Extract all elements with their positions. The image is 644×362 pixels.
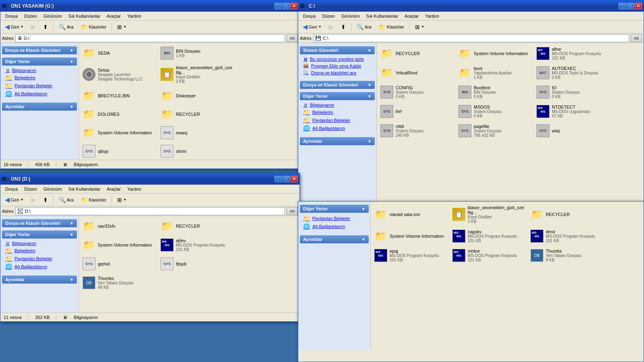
menu-gorunum-g[interactable]: Görünüm — [40, 13, 65, 19]
file-autoexec[interactable]: BAT AUTOEXEC MS-DOS Toplu İş Dosyası0 KB — [535, 64, 611, 82]
file-recycler-d[interactable]: 📁 RECYCLER — [159, 218, 235, 234]
file-alhw[interactable]: MS alhw MS-DOS Program Kısayolu101 KB — [535, 45, 611, 62]
file-reg-c2[interactable]: 📋 klasor_secenekleri_gizli_ozellig... Ka… — [450, 203, 527, 226]
file-sysvolinfo-g[interactable]: 📁 System Volume Information — [80, 124, 157, 141]
link-addremove-c[interactable]: 📦Program Ekle veya Kaldır — [301, 62, 373, 69]
forward-btn-c[interactable]: ▶ — [326, 22, 336, 32]
menu-dosya-g[interactable]: Dosya — [2, 13, 21, 19]
menu-dosya-d[interactable]: Dosya — [2, 186, 21, 192]
link-bilgisayarim-g[interactable]: 🖥Bilgisayarım — [4, 67, 75, 74]
file-pagefile[interactable]: SYS pagefile Sistem Dosyası786,432 KB — [456, 122, 533, 140]
view-btn-g[interactable]: ⊞ ▼ — [114, 23, 129, 31]
search-btn-g[interactable]: 🔍 Ara — [56, 23, 76, 31]
file-config[interactable]: SYS CONFIG Sistem Dosyası0 KB — [378, 83, 455, 101]
file-setup[interactable]: ⚙ Setup Seagate LauncherSeagate Technolo… — [80, 63, 157, 86]
menu-dosya-c[interactable]: Dosya — [300, 13, 319, 19]
other-header-c2[interactable]: Diğer Yerler ▼ — [300, 205, 369, 213]
file-ajliev[interactable]: MS ajliev MS-DOS Program Kısayolu101 KB — [159, 236, 235, 254]
file-qibyp[interactable]: SYS qibyp — [80, 143, 157, 160]
menu-sik-g[interactable]: Sık Kullanılanlar — [65, 13, 104, 19]
file-bootfont[interactable]: BIN Bootfont BIN Dosyası5 KB — [456, 83, 533, 101]
menu-duzen-g[interactable]: Düzen — [21, 13, 40, 19]
back-btn-g[interactable]: ◀ Geri ▼ — [2, 22, 27, 32]
file-tfjspb[interactable]: SYS tfjspb — [159, 255, 235, 272]
file-boot[interactable]: 📁 boot Yapılandırma Ayarları1 KB — [456, 64, 533, 82]
file-recycle-g[interactable]: 📁 $RECYCLE.BIN — [80, 87, 157, 104]
file-bin[interactable]: BIN BIN Dosyası 1 KB — [159, 45, 235, 62]
link-paylasilan-c2[interactable]: 📁Paylaşılan Belgeler — [301, 214, 367, 222]
other-header-g[interactable]: Diğer Yerler ▼ — [2, 58, 77, 66]
folder-tasks-header-c[interactable]: Dosya ve Klasör Görevleri ▼ — [300, 81, 375, 89]
folders-btn-c[interactable]: 📁 Klasörler — [376, 23, 407, 31]
tasks-header-g[interactable]: Dosya ve Klasör Görevleri ▼ — [2, 46, 77, 54]
file-recycler-c2[interactable]: 📁 RECYCLER — [528, 203, 605, 226]
forward-btn-g[interactable]: ▶ — [28, 22, 39, 32]
file-SEDA[interactable]: 📁 SEDA — [80, 45, 157, 62]
menu-duzen-c[interactable]: Düzen — [319, 13, 338, 19]
forward-btn-d[interactable]: ▶ — [28, 195, 39, 205]
file-diskeeper[interactable]: 📁 Diskeeper — [159, 87, 235, 104]
link-belgelerim-d[interactable]: 📁Belgelerim — [4, 247, 75, 255]
file-mhbxr[interactable]: MS mhbxr MS-DOS Program Kısayolu101 KB — [450, 247, 527, 264]
file-dmvi[interactable]: MS dmvi MS-DOS Program Kısayolu101 KB — [528, 227, 605, 245]
close-btn-g[interactable]: ✕ — [291, 3, 298, 9]
addr-go-g[interactable]: Git — [287, 34, 298, 42]
details-header-g[interactable]: Ayrıntılar ▼ — [2, 103, 77, 111]
view-btn-d[interactable]: ⊞ ▼ — [114, 195, 129, 204]
window-c2-drive[interactable]: Diğer Yerler ▼ 📁Paylaşılan Belgeler 🌐Ağ … — [298, 201, 644, 362]
back-btn-c[interactable]: ◀ Geri ▼ — [300, 22, 324, 32]
file-sav32sfx[interactable]: 📁 sav32sfx — [80, 218, 157, 234]
up-btn-g[interactable]: ⬆ — [40, 23, 51, 31]
folders-btn-g[interactable]: 📁 Klasörler — [78, 23, 109, 31]
folders-btn-d[interactable]: 📁 Klasörler — [78, 195, 109, 204]
link-bilgisayarim-d[interactable]: 🖥Bilgisayarım — [4, 240, 75, 247]
menu-gorunum-c[interactable]: Görünüm — [338, 13, 363, 19]
addr-input-g[interactable]: 🖥 G:\ — [15, 34, 285, 42]
file-sysvolinfo-d[interactable]: 📁 System Volume Information — [80, 236, 157, 254]
file-dolores[interactable]: 📁 DOLORES — [80, 106, 157, 123]
file-io[interactable]: SYS IO Sistem Dosyası0 KB — [535, 83, 611, 101]
link-network-g[interactable]: 🌐Ağ Bağlantılarım — [4, 90, 75, 98]
file-thumbs-d[interactable]: DB Thumbs Veri Tabanı Dosyası49 KB — [80, 274, 157, 292]
up-btn-c[interactable]: ⬆ — [338, 23, 349, 31]
file-cagxkv[interactable]: MS cagxkv MS-DOS Program Kısayolu101 KB — [450, 227, 527, 245]
minimize-btn-g[interactable]: _ — [275, 3, 282, 9]
addr-go-d[interactable]: Git — [287, 207, 298, 215]
details-header-c2[interactable]: Ayrıntılar ▼ — [300, 235, 369, 243]
details-header-d[interactable]: Ayrıntılar ▼ — [2, 276, 77, 284]
minimize-btn-d[interactable]: _ — [275, 176, 282, 182]
other-header-c[interactable]: Diğer Yerler ▼ — [300, 92, 375, 100]
minimize-btn-c[interactable]: _ — [619, 3, 626, 9]
link-network-d[interactable]: 🌐Ağ Bağlantılarım — [4, 263, 75, 271]
maximize-btn-g[interactable]: □ — [283, 3, 290, 9]
close-btn-c[interactable]: ✕ — [635, 3, 642, 9]
link-belgelerim-c[interactable]: 📁Belgelerim — [301, 108, 373, 116]
file-wtaj[interactable]: SYS wtaj — [535, 122, 611, 140]
link-paylasilan-g[interactable]: 📁Paylaşılan Belgeler — [4, 82, 75, 90]
search-btn-c[interactable]: 🔍 Ara — [354, 23, 374, 31]
file-sfxmi[interactable]: SYS sfxmi — [159, 143, 235, 160]
window-d-drive[interactable]: ⊞ ON2 (D:) _ □ ✕ Dosya Düzen Görünüm Sık… — [0, 173, 300, 322]
menu-sik-c[interactable]: Sık Kullanılanlar — [363, 13, 402, 19]
file-epqj[interactable]: MS epqj MS-DOS Program Kısayolu101 KB — [372, 247, 449, 264]
file-recycler-g[interactable]: 📁 RECYCLER — [159, 106, 235, 123]
file-nwavj[interactable]: SYS nwavj — [159, 124, 235, 141]
system-tasks-header-c[interactable]: Sistem Görevleri ▼ — [300, 46, 375, 54]
window-c-drive[interactable]: ⊞ C:\ _ □ ✕ Dosya Düzen Görünüm Sık Kull… — [298, 0, 644, 213]
link-paylasilan-d[interactable]: 📁Paylaşılan Belgeler — [4, 255, 75, 263]
menu-yardim-c[interactable]: Yardım — [422, 13, 442, 19]
file-ntldr[interactable]: SYS ntldr Sistem Dosyası245 KB — [378, 122, 455, 140]
file-ntdetect[interactable]: MS NTDETECT MS-DOS Uygulaması47 KB — [535, 103, 611, 120]
menu-yardim-g[interactable]: Yardım — [124, 13, 144, 19]
menu-gorunum-d[interactable]: Görünüm — [40, 186, 65, 192]
addr-go-c[interactable]: Git — [631, 34, 642, 42]
link-paylasilan-c[interactable]: 📁Paylaşılan Belgeler — [301, 116, 373, 124]
menu-sik-d[interactable]: Sık Kullanılanlar — [65, 186, 104, 192]
menu-duzen-d[interactable]: Düzen — [21, 186, 40, 192]
back-btn-d[interactable]: ◀ Geri ▼ — [2, 195, 27, 205]
link-bilgisayarim-c[interactable]: 🖥Bilgisayarım — [301, 102, 373, 108]
search-btn-d[interactable]: 🔍 Ara — [56, 195, 76, 204]
file-virtualroot[interactable]: 📁 VritualRoot — [378, 64, 455, 82]
view-btn-c[interactable]: ⊞ ▼ — [412, 23, 427, 31]
file-reg-g[interactable]: 📋 klasor_secenekleri_gizli_ozellig... Ka… — [159, 63, 235, 86]
